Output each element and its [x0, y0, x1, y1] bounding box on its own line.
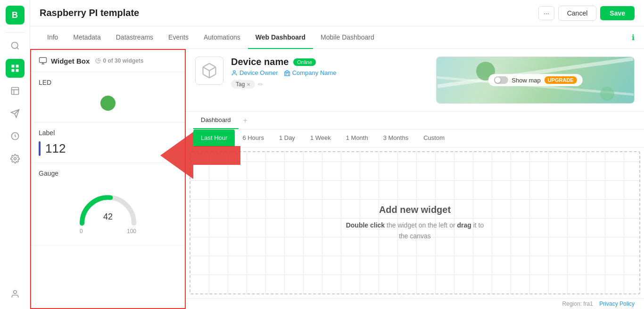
tab-web-dashboard[interactable]: Web Dashboard [248, 26, 313, 49]
svg-point-13 [13, 291, 17, 294]
svg-rect-4 [11, 69, 14, 72]
svg-text:42: 42 [103, 212, 113, 221]
label-widget-name: Label [39, 129, 177, 137]
led-label: LED [39, 79, 177, 86]
gauge-label: Gauge [39, 170, 177, 177]
dashboard-tab-row: Dashboard + [186, 112, 644, 130]
svg-point-12 [14, 158, 16, 160]
widget-box-icon [39, 57, 47, 65]
sidebar-icon-send[interactable] [6, 104, 25, 123]
drag-label: drag [457, 221, 471, 229]
gauge-svg: 42 [75, 186, 141, 228]
building-icon [284, 70, 290, 76]
time-tab-1month[interactable]: 1 Month [339, 130, 376, 147]
svg-rect-2 [11, 65, 14, 68]
dashboard-area: Device name Online Device Owner Company … [186, 49, 644, 309]
device-company-link[interactable]: Company Name [284, 69, 337, 76]
label-content: 112 [45, 141, 66, 156]
region-label: Region: fra1 [562, 301, 593, 307]
widget-panel-header: Widget Box 0 of 30 widgets [31, 50, 185, 72]
label-value: 112 [45, 141, 66, 156]
nav-tabs: Info Metadata Datastreams Events Automat… [30, 26, 644, 49]
user-icon [231, 70, 238, 76]
device-icon-box [195, 57, 223, 85]
svg-point-0 [11, 42, 17, 49]
widget-count: 0 of 30 widgets [95, 57, 143, 64]
time-tab-6hours[interactable]: 6 Hours [235, 130, 272, 147]
sidebar-icon-user[interactable] [6, 285, 25, 303]
canvas-add-title: Add new widget [379, 204, 451, 215]
tab-info[interactable]: Info [40, 26, 66, 49]
svg-rect-14 [40, 57, 47, 63]
svg-rect-5 [16, 69, 18, 72]
upgrade-badge[interactable]: UPGRADE [545, 76, 577, 84]
info-icon: ℹ [632, 33, 635, 42]
show-map-overlay: Show map UPGRADE [488, 74, 582, 86]
widget-panel: Widget Box 0 of 30 widgets LED Label [30, 49, 186, 309]
gauge-container: 42 0 100 [39, 182, 177, 238]
canvas-area: Add new widget Double click the widget o… [190, 151, 640, 294]
time-tabs: Last Hour 6 Hours 1 Day 1 Week 1 Month 3… [186, 130, 644, 147]
svg-rect-20 [284, 72, 289, 76]
map-area: Show map UPGRADE [436, 57, 635, 104]
svg-rect-3 [16, 65, 18, 68]
led-indicator [100, 96, 116, 111]
device-info: Device name Online Device Owner Company … [231, 57, 429, 89]
time-tab-1day[interactable]: 1 Day [272, 130, 303, 147]
svg-line-1 [17, 48, 18, 49]
content-area: Widget Box 0 of 30 widgets LED Label [30, 49, 644, 309]
sidebar: B [0, 0, 30, 309]
double-click-label: Double click [346, 221, 385, 229]
main-content: Raspberry PI template ··· Cancel Save In… [30, 0, 644, 309]
gauge-min: 0 [80, 228, 83, 235]
device-icon [201, 62, 218, 79]
sidebar-icon-automations[interactable] [6, 127, 25, 146]
show-map-toggle[interactable] [494, 76, 508, 84]
gauge-max: 100 [127, 228, 136, 235]
cancel-button[interactable]: Cancel [558, 6, 597, 21]
device-header: Device name Online Device Owner Company … [186, 49, 644, 112]
page-title: Raspberry PI template [40, 8, 538, 18]
time-tab-custom[interactable]: Custom [416, 130, 452, 147]
topbar: Raspberry PI template ··· Cancel Save [30, 0, 644, 26]
time-tab-3months[interactable]: 3 Months [376, 130, 416, 147]
tag-badge: Tag ✕ [231, 80, 255, 89]
save-button[interactable]: Save [600, 6, 635, 20]
privacy-policy-link[interactable]: Privacy Policy [599, 301, 635, 307]
app-logo[interactable]: B [6, 6, 25, 24]
sidebar-icon-chart[interactable] [6, 81, 25, 100]
svg-rect-6 [11, 88, 18, 95]
widget-box-title: Widget Box [51, 57, 90, 65]
sidebar-icon-search[interactable] [6, 36, 25, 55]
widget-gauge[interactable]: Gauge 42 0 100 [31, 163, 185, 245]
time-tab-last-hour[interactable]: Last Hour [193, 130, 235, 147]
canvas-add-desc: Double click the widget on the left or d… [346, 220, 484, 241]
gauge-minmax: 0 100 [80, 228, 136, 235]
device-tags: Tag ✕ ✏ [231, 80, 429, 89]
tag-close-icon[interactable]: ✕ [247, 82, 250, 87]
pie-icon [95, 58, 101, 64]
tab-events[interactable]: Events [161, 26, 196, 49]
show-map-label: Show map [512, 77, 540, 84]
device-owner-link[interactable]: Device Owner [231, 69, 278, 76]
sidebar-icon-grid[interactable] [6, 59, 25, 78]
tag-label: Tag [236, 81, 245, 88]
device-name-row: Device name Online [231, 57, 429, 67]
device-meta: Device Owner Company Name [231, 69, 429, 76]
tab-datastreams[interactable]: Datastreams [108, 26, 161, 49]
map-blob-2 [600, 87, 614, 101]
label-bar [39, 141, 41, 156]
add-tab-button[interactable]: + [239, 113, 252, 129]
sidebar-icon-settings[interactable] [6, 149, 25, 168]
device-owner: Device Owner [239, 69, 278, 76]
widget-led[interactable]: LED [31, 72, 185, 122]
time-tab-1week[interactable]: 1 Week [303, 130, 339, 147]
tab-dashboard[interactable]: Dashboard [193, 112, 239, 129]
tab-automations[interactable]: Automations [196, 26, 248, 49]
widget-label[interactable]: Label 112 [31, 122, 185, 163]
tab-mobile-dashboard[interactable]: Mobile Dashboard [313, 26, 382, 49]
tag-edit-icon[interactable]: ✏ [258, 81, 264, 88]
device-name: Device name [231, 57, 289, 67]
more-button[interactable]: ··· [538, 6, 554, 20]
tab-metadata[interactable]: Metadata [66, 26, 108, 49]
